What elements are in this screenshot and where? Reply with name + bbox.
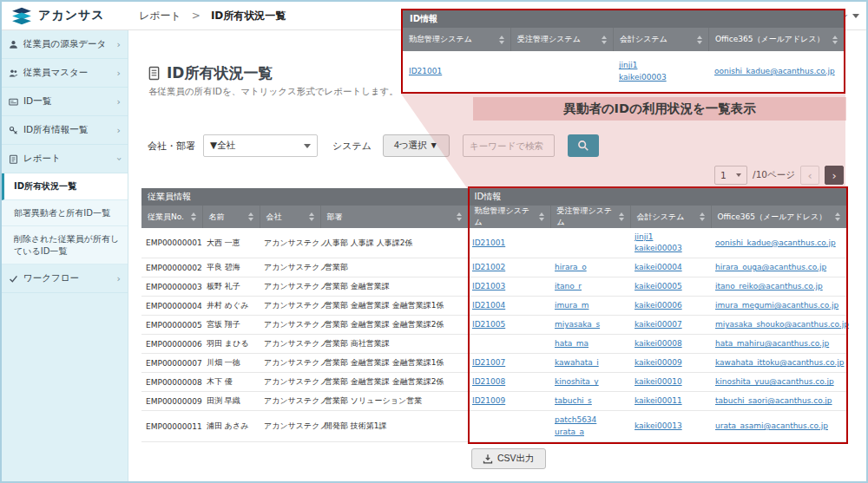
sidebar-item-source-data[interactable]: 従業員の源泉データ › — [2, 30, 128, 59]
callout-column-kintai[interactable]: 勤怠管理システム — [403, 28, 510, 51]
sidebar-item-employee-master[interactable]: 従業員マスター › — [2, 59, 128, 88]
cell-office: hirara_ouga@acanthus.co.jp — [711, 258, 846, 277]
id-link[interactable]: tabuchi_s — [555, 395, 626, 407]
sidebar-item-report[interactable]: レポート › — [2, 145, 128, 173]
id-link[interactable]: imura_megumi@acanthus.co.jp — [715, 300, 842, 311]
sidebar-item-id-list[interactable]: ID一覧 › — [2, 88, 128, 116]
column-header-company[interactable]: 会社 — [260, 206, 320, 228]
page-total-label: /10ページ — [753, 169, 795, 181]
id-link[interactable]: itano_reiko@acanthus.co.jp — [715, 281, 842, 292]
id-link[interactable]: kaikei00007 — [635, 319, 707, 330]
id-link[interactable]: patch5634 — [555, 414, 626, 426]
sort-icon[interactable] — [835, 212, 840, 221]
next-page-button[interactable]: › — [825, 166, 844, 185]
id-link[interactable]: kaikei00009 — [635, 357, 707, 369]
id-link[interactable]: kawahata_i — [555, 357, 626, 369]
id-link[interactable]: oonishi_kadue@acanthus.co.jp — [715, 238, 842, 249]
id-link[interactable]: kaikei00004 — [635, 262, 707, 273]
cell-emp_no: EMP00000011 — [141, 411, 202, 441]
csv-export-button[interactable]: CSV出力 — [471, 448, 546, 469]
cell-name: 平良 碧海 — [202, 258, 260, 277]
id-link[interactable]: ID21001 — [472, 238, 546, 249]
id-link[interactable]: kaikei00011 — [635, 395, 707, 407]
sidebar-subitem-id-status[interactable]: ID所有状況一覧 — [2, 173, 128, 200]
column-header-office365[interactable]: Office365（メールアドレス） — [711, 206, 846, 228]
id-link[interactable]: ID21004 — [472, 300, 546, 311]
sort-icon[interactable] — [499, 36, 504, 44]
breadcrumb-parent[interactable]: レポート — [139, 9, 181, 23]
id-link[interactable]: hirara_o — [555, 262, 626, 273]
callout-column-kaikei[interactable]: 会計システム — [613, 28, 708, 51]
prev-page-button[interactable]: ‹ — [800, 166, 819, 185]
id-link[interactable]: ID21001 — [409, 66, 504, 77]
page-number-select[interactable]: 1 — [714, 166, 747, 185]
id-link[interactable]: kinoshita_y — [555, 376, 626, 388]
app-logo[interactable]: アカンサス — [2, 7, 128, 25]
table-row: EMP00000007川畑 一徳アカンサステクノ営業部 金融営業課 金融営業課1… — [141, 354, 846, 373]
id-link[interactable]: kawahata_ittoku@acanthus.co.jp — [715, 357, 842, 369]
id-link[interactable]: kaikei00005 — [635, 281, 707, 292]
id-link[interactable]: kaikei00013 — [635, 421, 707, 432]
id-link[interactable]: miyasaka_shouko@acanthus.co.jp — [715, 319, 842, 330]
csv-export-label: CSV出力 — [497, 453, 535, 465]
column-header-emp-no[interactable]: 従業員No. — [141, 206, 202, 228]
system-multiselect-button[interactable]: 4つ選択 ▼ — [383, 134, 450, 157]
system-filter-label: システム — [332, 140, 372, 153]
sort-icon[interactable] — [697, 36, 702, 44]
callout-column-juchu[interactable]: 受注管理システム — [510, 28, 613, 51]
sidebar-item-id-ownership-info[interactable]: ID所有情報一覧 › — [2, 116, 128, 145]
cell-name: 宮坂 翔子 — [202, 316, 260, 335]
company-select[interactable]: ▼全社 — [203, 134, 318, 157]
id-link[interactable]: jinji1 — [635, 232, 707, 243]
id-link[interactable]: itano_r — [555, 281, 626, 292]
cell-company: アカンサステクノ — [260, 277, 320, 297]
id-link[interactable]: kaikei00008 — [635, 338, 707, 349]
keyword-search-input[interactable] — [463, 134, 555, 157]
sort-icon[interactable] — [309, 212, 314, 221]
sidebar-subitem-transfer-id[interactable]: 部署異動者と所有ID一覧 — [2, 200, 128, 227]
cell-kintai: ID21007 — [468, 354, 550, 373]
id-link[interactable]: hata_ma — [555, 338, 626, 349]
id-link[interactable]: tabuchi_saori@acanthus.co.jp — [715, 395, 842, 407]
id-link[interactable]: jinji1 — [619, 60, 702, 71]
id-link[interactable]: kaikei00010 — [635, 376, 707, 388]
column-header-kaikei[interactable]: 会計システム — [630, 206, 711, 228]
column-header-name[interactable]: 名前 — [202, 206, 260, 228]
sort-icon[interactable] — [539, 212, 544, 221]
cell-office: miyasaka_shouko@acanthus.co.jp — [711, 316, 846, 335]
id-link[interactable]: kinoshita_yuu@acanthus.co.jp — [715, 376, 842, 388]
id-link[interactable]: urata_a — [555, 427, 626, 438]
id-link[interactable]: hata_mahiru@acanthus.co.jp — [715, 338, 842, 349]
id-link[interactable]: ID21002 — [472, 262, 546, 273]
sort-icon[interactable] — [248, 212, 253, 221]
id-link[interactable]: ID21003 — [472, 281, 546, 292]
sort-icon[interactable] — [832, 36, 838, 44]
id-link[interactable]: urata_asami@acanthus.co.jp — [715, 421, 842, 432]
id-link[interactable]: hirara_ouga@acanthus.co.jp — [715, 262, 842, 273]
id-link[interactable]: ID21008 — [472, 376, 546, 388]
table-row: EMP00000001大西 一恵アカンサステクノ人事部 人事課 人事課2係ID2… — [141, 228, 846, 258]
id-link[interactable]: miyasaka_s — [555, 319, 626, 330]
sort-icon[interactable] — [191, 212, 196, 221]
id-link[interactable]: kaikei00006 — [635, 300, 707, 311]
sidebar-subitem-deleted-employee-id[interactable]: 削除された従業員が所有しているID一覧 — [2, 226, 128, 264]
column-header-juchu[interactable]: 受注管理システム — [550, 206, 630, 228]
column-header-dept[interactable]: 部署 — [320, 206, 468, 228]
id-link[interactable]: ID21009 — [472, 395, 546, 407]
id-link[interactable]: imura_m — [555, 300, 626, 311]
sidebar-subitem-label: 削除された従業員が所有しているID一覧 — [14, 234, 119, 256]
id-link[interactable]: ID21007 — [472, 357, 546, 369]
id-link[interactable]: ID21005 — [472, 319, 546, 330]
key-icon — [9, 126, 18, 135]
sort-icon[interactable] — [457, 212, 462, 221]
id-link[interactable]: kaikei00003 — [619, 72, 702, 83]
id-link[interactable]: kaikei00003 — [635, 243, 707, 254]
column-header-kintai[interactable]: 勤怠管理システム — [468, 206, 550, 228]
callout-column-office365[interactable]: Office365（メールアドレス） — [708, 28, 844, 51]
sort-icon[interactable] — [619, 212, 624, 221]
sort-icon[interactable] — [602, 36, 607, 44]
search-button[interactable] — [568, 134, 599, 157]
sort-icon[interactable] — [700, 212, 705, 221]
id-link[interactable]: oonishi_kadue@acanthus.co.jp — [714, 66, 838, 77]
sidebar-item-workflow[interactable]: ワークフロー › — [2, 264, 128, 293]
